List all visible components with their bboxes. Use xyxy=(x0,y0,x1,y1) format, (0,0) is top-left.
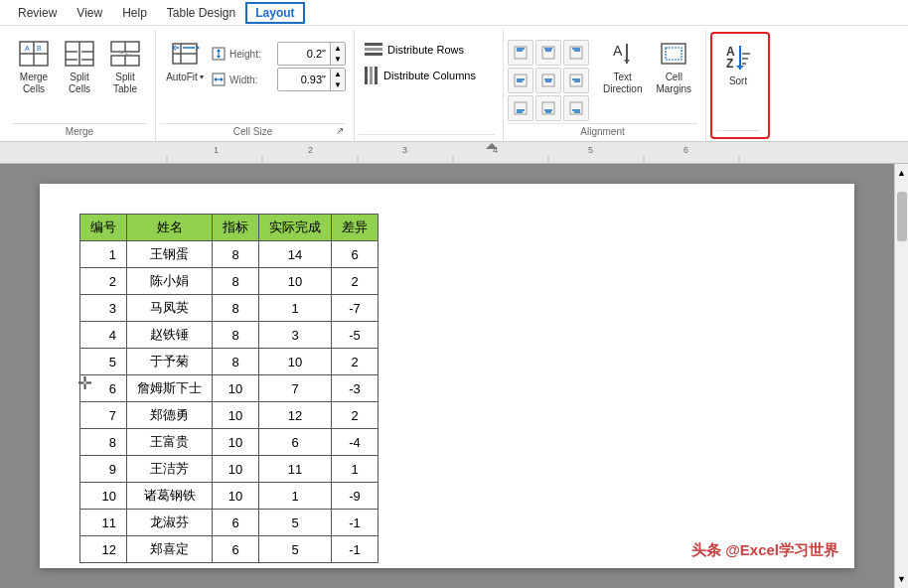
height-decrement[interactable]: ▼ xyxy=(331,54,345,65)
cell-diff: -7 xyxy=(332,295,378,322)
align-middle-center[interactable] xyxy=(535,68,561,93)
table-row: 12郑喜定65-1 xyxy=(80,536,378,563)
cell-no: 8 xyxy=(80,429,127,456)
cell-target: 8 xyxy=(213,241,259,268)
table-move-handle[interactable]: ✛ xyxy=(77,372,92,394)
menu-help[interactable]: Help xyxy=(112,2,157,24)
cell-no: 11 xyxy=(80,510,127,536)
cell-name: 郑喜定 xyxy=(127,536,213,563)
data-table: 编号 姓名 指标 实际完成 差异 1王钢蛋81462陈小娟81023马凤英81-… xyxy=(79,214,378,563)
scrollbar-vertical[interactable]: ▲ ▼ xyxy=(894,164,908,588)
align-bottom-right[interactable] xyxy=(563,95,589,121)
cell-target: 8 xyxy=(213,322,259,349)
cell-size-spinners: Height: 0.2" ▲ ▼ xyxy=(212,36,346,91)
cell-name: 马凤英 xyxy=(127,295,213,322)
col-header-name: 姓名 xyxy=(127,215,213,241)
alignment-content: A TextDirection CellM xyxy=(508,32,697,121)
cell-no: 1 xyxy=(80,241,127,268)
split-cells-button[interactable]: Split Cells xyxy=(58,36,101,97)
cell-name: 王富贵 xyxy=(127,429,213,456)
scrollbar-track[interactable] xyxy=(897,182,907,570)
cell-diff: -9 xyxy=(332,483,378,510)
align-top-center[interactable] xyxy=(535,40,561,66)
table-body: 1王钢蛋81462陈小娟81023马凤英81-74赵铁锤83-55于予菊8102… xyxy=(80,241,378,563)
height-spinner[interactable]: 0.2" ▲ ▼ xyxy=(277,42,346,66)
table-row: 6詹姆斯下士107-3 xyxy=(80,375,378,402)
width-spinner-buttons: ▲ ▼ xyxy=(330,69,345,90)
height-row: Height: 0.2" ▲ ▼ xyxy=(212,42,346,66)
width-row: Width: 0.93" ▲ ▼ xyxy=(212,68,346,91)
cell-target: 10 xyxy=(213,402,259,429)
text-direction-button[interactable]: A TextDirection xyxy=(597,36,648,97)
cell-actual: 1 xyxy=(259,295,332,322)
autofit-label: AutoFit xyxy=(166,72,198,82)
align-row-3 xyxy=(508,95,589,121)
cell-target: 6 xyxy=(213,536,259,563)
width-spinner[interactable]: 0.93" ▲ ▼ xyxy=(277,68,346,91)
cell-diff: -1 xyxy=(332,510,378,536)
cell-target: 10 xyxy=(213,483,259,510)
ribbon-group-distribute: Distribute Rows Distribute Columns xyxy=(355,30,504,141)
text-direction-label: TextDirection xyxy=(603,72,642,95)
svg-rect-41 xyxy=(515,74,527,86)
align-middle-left[interactable] xyxy=(508,68,533,93)
scrollbar-down[interactable]: ▼ xyxy=(897,574,906,584)
distribute-rows-button[interactable]: Distribute Rows xyxy=(359,40,482,60)
align-top-right[interactable] xyxy=(563,40,589,66)
table-row: 2陈小娟8102 xyxy=(80,268,378,295)
cell-margins-label: CellMargins xyxy=(656,72,691,95)
split-table-button[interactable]: Split Table xyxy=(103,36,147,97)
merge-buttons: A B MergeCells xyxy=(12,32,147,121)
col-header-no: 编号 xyxy=(80,215,127,241)
cell-margins-button[interactable]: CellMargins xyxy=(650,36,697,97)
autofit-button[interactable]: AutoFit ▾ xyxy=(160,36,210,84)
menu-table-design[interactable]: Table Design xyxy=(157,2,245,24)
height-increment[interactable]: ▲ xyxy=(331,43,345,54)
align-bottom-left[interactable] xyxy=(508,95,533,121)
width-increment[interactable]: ▲ xyxy=(331,69,345,79)
merge-cells-button[interactable]: A B MergeCells xyxy=(12,36,56,97)
sort-button[interactable]: A Z Sort xyxy=(716,40,760,88)
svg-text:1: 1 xyxy=(214,145,219,155)
table-row: 7郑德勇10122 xyxy=(80,402,378,429)
cell-target: 8 xyxy=(213,295,259,322)
cell-actual: 10 xyxy=(259,268,332,295)
align-bottom-center[interactable] xyxy=(535,95,561,121)
distribute-columns-button[interactable]: Distribute Columns xyxy=(359,64,482,87)
cell-target: 8 xyxy=(213,268,259,295)
cell-name: 陈小娟 xyxy=(127,268,213,295)
autofit-icon xyxy=(169,38,201,70)
cell-actual: 6 xyxy=(259,429,332,456)
table-row: 9王洁芳10111 xyxy=(80,456,378,483)
scrollbar-thumb[interactable] xyxy=(897,192,907,241)
distribute-group-label xyxy=(359,134,495,139)
table-row: 5于予菊8102 xyxy=(80,349,378,375)
ruler-svg: 1 2 3 4 5 6 xyxy=(20,142,888,163)
scrollbar-up[interactable]: ▲ xyxy=(897,168,906,178)
menu-view[interactable]: View xyxy=(67,2,112,24)
width-input[interactable]: 0.93" xyxy=(278,73,330,86)
cell-size-dialog-launcher[interactable]: ↗ xyxy=(336,125,350,139)
svg-text:2: 2 xyxy=(308,145,313,155)
svg-rect-25 xyxy=(365,43,382,46)
menu-layout[interactable]: Layout xyxy=(245,2,304,24)
cell-no: 12 xyxy=(80,536,127,563)
table-row: 4赵铁锤83-5 xyxy=(80,322,378,349)
svg-text:3: 3 xyxy=(402,145,407,155)
align-top-left[interactable] xyxy=(508,40,533,66)
cell-name: 龙淑芬 xyxy=(127,510,213,536)
cell-no: 5 xyxy=(80,349,127,375)
document-scroll[interactable]: ✛ 编号 姓名 指标 实际完成 差异 1王钢蛋81462陈小娟81023马凤英8… xyxy=(0,164,894,588)
height-input[interactable]: 0.2" xyxy=(278,47,330,61)
width-decrement[interactable]: ▼ xyxy=(331,79,345,90)
distribute-columns-icon xyxy=(365,67,378,84)
align-middle-right[interactable] xyxy=(563,68,589,93)
svg-rect-29 xyxy=(370,67,373,84)
table-row: 3马凤英81-7 xyxy=(80,295,378,322)
menu-review[interactable]: Review xyxy=(8,2,67,24)
ruler-inner: 1 2 3 4 5 6 xyxy=(20,142,888,163)
distribute-content: Distribute Rows Distribute Columns xyxy=(359,32,495,132)
cell-name: 于予菊 xyxy=(127,349,213,375)
split-cells-label: Split Cells xyxy=(69,72,90,95)
cell-target: 6 xyxy=(213,510,259,536)
